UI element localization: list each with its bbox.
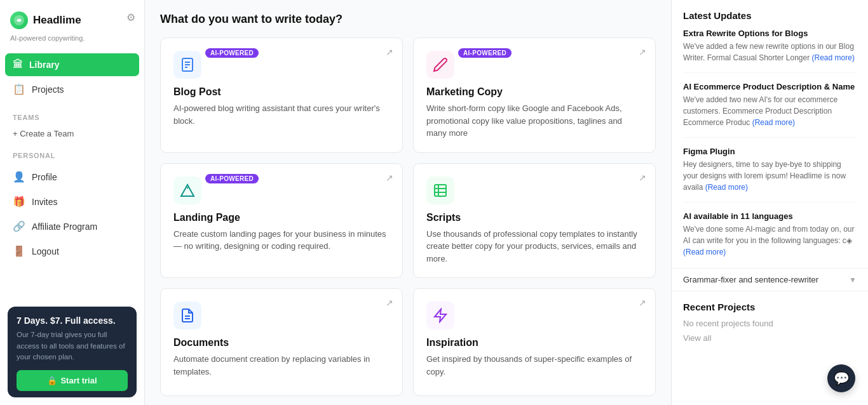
card-description: Get inspired by thousands of super-speci… — [426, 353, 642, 378]
card-icon — [426, 302, 454, 329]
update-title: AI Ecommerce Product Description & Name — [683, 82, 857, 91]
main-content: What do you want to write today? ↗ AI-PO… — [145, 0, 671, 405]
card-title: Documents — [173, 337, 390, 349]
card-arrow-icon: ↗ — [639, 173, 646, 183]
profile-icon: 👤 — [13, 171, 25, 183]
recent-projects-section: Recent Projects No recent projects found… — [672, 291, 868, 353]
update-description: We've done some AI-magic and from today … — [683, 223, 857, 258]
read-more-link[interactable]: (Read more) — [705, 183, 748, 192]
updates-list: Extra Rewrite Options for Blogs We've ad… — [683, 29, 857, 258]
latest-updates-title: Latest Updates — [683, 10, 857, 21]
sidebar-item-logout[interactable]: 🚪 Logout — [5, 239, 139, 263]
card-blog-post[interactable]: ↗ AI-POWERED Blog Post AI-powered blog w… — [160, 37, 403, 153]
right-panel: Latest Updates Extra Rewrite Options for… — [671, 0, 868, 405]
card-description: Use thousands of professional copy templ… — [426, 228, 642, 265]
card-arrow-icon: ↗ — [386, 47, 393, 57]
grammar-fixer-label: Grammar-fixer and sentence-rewriter — [683, 275, 818, 284]
cta-description: Our 7-day trial gives you full access to… — [17, 329, 128, 362]
sidebar-item-invites[interactable]: 🎁 Invites — [5, 190, 139, 213]
card-arrow-icon: ↗ — [639, 47, 646, 57]
card-inspiration[interactable]: ↗ Inspiration Get inspired by thousands … — [413, 288, 656, 396]
card-icon — [426, 51, 454, 79]
main-nav: 🏛 Library 📋 Projects — [0, 51, 144, 105]
read-more-link[interactable]: (Read more) — [752, 118, 795, 127]
update-title: Figma Plugin — [683, 147, 857, 156]
update-title: Extra Rewrite Options for Blogs — [683, 29, 857, 38]
sidebar-item-library[interactable]: 🏛 Library — [5, 53, 139, 76]
update-description: We've added a few new rewrite options in… — [683, 41, 857, 63]
logo-area: Headlime ⚙ — [0, 0, 144, 34]
card-scripts[interactable]: ↗ Scripts Use thousands of professional … — [413, 163, 656, 279]
cta-title: 7 Days. $7. Full access. — [17, 315, 128, 326]
card-marketing-copy[interactable]: ↗ AI-POWERED Marketing Copy Write short-… — [413, 37, 656, 153]
svg-marker-13 — [435, 309, 446, 322]
sidebar-label-affiliate: Affiliate Program — [32, 222, 97, 232]
settings-icon[interactable]: ⚙ — [126, 11, 135, 23]
card-description: Write short-form copy like Google and Fa… — [426, 102, 642, 140]
sidebar-item-profile[interactable]: 👤 Profile — [5, 165, 139, 189]
app-tagline: AI-powered copywriting. — [0, 34, 144, 51]
update-item: Figma Plugin Hey designers, time to say … — [683, 147, 857, 202]
chat-bubble[interactable]: 💬 — [827, 364, 855, 392]
create-team-button[interactable]: + Create a Team — [0, 124, 144, 143]
sidebar-label-projects: Projects — [32, 84, 64, 95]
teams-label: TEAMS — [0, 105, 144, 124]
card-landing-page[interactable]: ↗ AI-POWERED Landing Page Create custom … — [160, 163, 403, 279]
card-description: Automate document creation by replacing … — [173, 353, 390, 378]
card-icon — [426, 176, 454, 204]
page-title: What do you want to write today? — [160, 13, 656, 26]
create-team-label: + Create a Team — [13, 129, 74, 138]
sidebar-item-affiliate[interactable]: 🔗 Affiliate Program — [5, 215, 139, 238]
sidebar-label-library: Library — [29, 60, 59, 70]
svg-rect-7 — [435, 185, 446, 196]
update-description: Hey designers, time to say bye-bye to sh… — [683, 159, 857, 193]
latest-updates-section: Latest Updates Extra Rewrite Options for… — [672, 0, 868, 269]
chevron-down-icon: ▼ — [849, 276, 857, 284]
card-icon — [173, 176, 201, 204]
tools-grid: ↗ AI-POWERED Blog Post AI-powered blog w… — [160, 37, 656, 396]
personal-label: PERSONAL — [0, 143, 144, 163]
card-arrow-icon: ↗ — [639, 298, 646, 308]
card-icon — [173, 51, 201, 79]
app-name: Headlime — [33, 14, 81, 27]
ai-badge: AI-POWERED — [205, 48, 259, 58]
cta-button-label: Start trial — [60, 376, 97, 385]
recent-projects-title: Recent Projects — [683, 302, 857, 312]
chat-icon: 💬 — [834, 371, 850, 386]
logo-icon — [10, 11, 28, 29]
card-title: Scripts — [426, 212, 642, 223]
card-arrow-icon: ↗ — [386, 298, 393, 308]
svg-marker-5 — [181, 185, 194, 196]
card-documents[interactable]: ↗ Documents Automate document creation b… — [160, 288, 403, 396]
ai-badge: AI-POWERED — [458, 48, 512, 58]
update-description: We've added two new AI's for our ecommer… — [683, 94, 857, 128]
sidebar: Headlime ⚙ AI-powered copywriting. 🏛 Lib… — [0, 0, 145, 405]
projects-icon: 📋 — [13, 83, 25, 95]
affiliate-icon: 🔗 — [13, 220, 25, 232]
card-title: Blog Post — [173, 86, 390, 98]
sidebar-item-projects[interactable]: 📋 Projects — [5, 77, 139, 101]
card-description: AI-powered blog writing assistant that c… — [173, 102, 390, 127]
personal-nav: 👤 Profile 🎁 Invites 🔗 Affiliate Program … — [0, 163, 144, 267]
card-title: Inspiration — [426, 337, 642, 349]
grammar-fixer-item[interactable]: Grammar-fixer and sentence-rewriter ▼ — [672, 269, 868, 291]
update-title: AI available in 11 languages — [683, 211, 857, 221]
card-icon — [173, 302, 201, 329]
card-title: Landing Page — [173, 212, 390, 223]
sidebar-label-logout: Logout — [32, 246, 59, 256]
no-recent-text: No recent projects found — [683, 319, 857, 328]
ai-badge: AI-POWERED — [205, 174, 259, 183]
update-item: AI available in 11 languages We've done … — [683, 211, 857, 258]
start-trial-button[interactable]: 🔒 Start trial — [17, 370, 128, 391]
card-arrow-icon: ↗ — [386, 173, 393, 183]
trial-cta: 7 Days. $7. Full access. Our 7-day trial… — [8, 307, 137, 397]
sidebar-label-invites: Invites — [32, 197, 57, 207]
logout-icon: 🚪 — [13, 245, 25, 257]
read-more-link[interactable]: (Read more) — [812, 53, 855, 62]
view-all-link[interactable]: View all — [683, 333, 857, 343]
lock-icon: 🔒 — [47, 376, 57, 385]
invites-icon: 🎁 — [13, 196, 25, 208]
sidebar-label-profile: Profile — [32, 172, 57, 182]
update-item: Extra Rewrite Options for Blogs We've ad… — [683, 29, 857, 73]
read-more-link[interactable]: (Read more) — [683, 248, 726, 256]
